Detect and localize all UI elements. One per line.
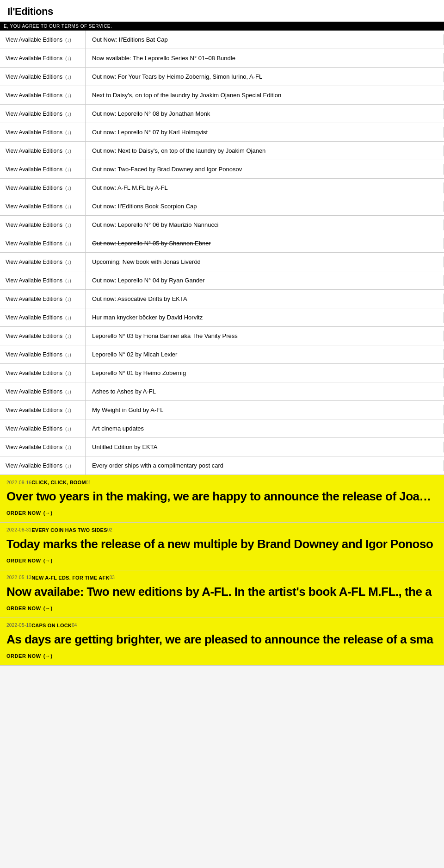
view-available-editions-button[interactable]: View Available Editions (↓) <box>0 327 86 345</box>
order-now-button[interactable]: ORDER NOW(→) <box>6 653 53 659</box>
ticker-btn-label: View Available Editions <box>6 407 62 413</box>
news-tag: Every coin has two sides <box>31 527 107 533</box>
view-available-editions-button[interactable]: View Available Editions (↓) <box>0 271 86 289</box>
down-arrow-icon: (↓) <box>65 407 71 413</box>
down-arrow-icon: (↓) <box>65 463 71 468</box>
down-arrow-icon: (↓) <box>65 56 71 61</box>
view-available-editions-button[interactable]: View Available Editions (↓) <box>0 105 86 123</box>
view-available-editions-button[interactable]: View Available Editions (↓) <box>0 456 86 475</box>
header: Il'Editions <box>0 0 444 22</box>
ticker-announcement-text: Out Now: Il'Editions Bat Cap <box>86 31 444 49</box>
news-number: 02 <box>107 527 112 532</box>
order-now-label: ORDER NOW <box>6 653 41 659</box>
ticker-announcement-text: Ashes to Ashes by A-FL <box>86 382 444 400</box>
order-now-button[interactable]: ORDER NOW(→) <box>6 510 53 516</box>
ticker-row: View Available Editions (↓)Leporello N° … <box>0 345 444 364</box>
ticker-btn-label: View Available Editions <box>6 314 62 321</box>
view-available-editions-button[interactable]: View Available Editions (↓) <box>0 308 86 326</box>
down-arrow-icon: (↓) <box>65 352 71 357</box>
ticker-announcement-text: Out now: Leporello N° 07 by Karl Holmqvi… <box>86 123 444 141</box>
ticker-announcement-text: Hur man knycker böcker by David Horvitz <box>86 308 444 326</box>
ticker-btn-label: View Available Editions <box>6 55 62 62</box>
ticker-btn-label: View Available Editions <box>6 388 62 395</box>
news-date: 2022-05-10 <box>6 623 31 628</box>
news-tag: CAPS ON LOCK <box>31 623 72 628</box>
view-available-editions-button[interactable]: View Available Editions (↓) <box>0 234 86 252</box>
ticker-btn-label: View Available Editions <box>6 129 62 136</box>
ticker-btn-label: View Available Editions <box>6 425 62 432</box>
view-available-editions-button[interactable]: View Available Editions (↓) <box>0 86 86 104</box>
ticker-btn-label: View Available Editions <box>6 351 62 358</box>
ticker-row: View Available Editions (↓)Out now: Next… <box>0 142 444 160</box>
news-meta: 2022-09-16Click, click, boom01 <box>0 475 444 487</box>
order-arrow-icon: (→) <box>43 606 53 611</box>
view-available-editions-button[interactable]: View Available Editions (↓) <box>0 142 86 160</box>
view-available-editions-button[interactable]: View Available Editions (↓) <box>0 123 86 141</box>
order-now-button[interactable]: ORDER NOW(→) <box>6 606 53 611</box>
order-arrow-icon: (→) <box>43 653 53 659</box>
down-arrow-icon: (↓) <box>65 444 71 450</box>
ticker-announcement-text: Out now: Leporello N° 06 by Maurizio Nan… <box>86 216 444 234</box>
view-available-editions-button[interactable]: View Available Editions (↓) <box>0 216 86 234</box>
view-available-editions-button[interactable]: View Available Editions (↓) <box>0 364 86 382</box>
down-arrow-icon: (↓) <box>65 222 71 228</box>
news-headline: Over two years in the making, we are hap… <box>0 487 444 508</box>
view-available-editions-button[interactable]: View Available Editions (↓) <box>0 49 86 67</box>
down-arrow-icon: (↓) <box>65 389 71 394</box>
view-available-editions-button[interactable]: View Available Editions (↓) <box>0 160 86 178</box>
news-number: 03 <box>110 575 115 580</box>
view-available-editions-button[interactable]: View Available Editions (↓) <box>0 31 86 49</box>
news-section: 2022-09-16Click, click, boom01Over two y… <box>0 475 444 666</box>
ticker-row: View Available Editions (↓)Out now: For … <box>0 68 444 86</box>
news-tag: NEW A-FL EDS. FOR TIME AFK <box>31 575 109 581</box>
ticker-row: View Available Editions (↓)Out now: Lepo… <box>0 234 444 253</box>
ticker-announcement-text: Out now: Next to Daisy's, on top of the … <box>86 142 444 160</box>
ticker-btn-label: View Available Editions <box>6 148 62 154</box>
ticker-row: View Available Editions (↓)Out Now: Il'E… <box>0 31 444 49</box>
news-tag: Click, click, boom <box>31 480 86 485</box>
news-meta: 2022-05-13NEW A-FL EDS. FOR TIME AFK03 <box>0 570 444 582</box>
ticker-btn-label: View Available Editions <box>6 222 62 228</box>
view-available-editions-button[interactable]: View Available Editions (↓) <box>0 438 86 456</box>
view-available-editions-button[interactable]: View Available Editions (↓) <box>0 253 86 271</box>
news-item: 2022-05-13NEW A-FL EDS. FOR TIME AFK03No… <box>0 570 444 618</box>
ticker-announcement-text: Out now: Assocative Drifts by EKTA <box>86 290 444 308</box>
marquee-text: E, YOU AGREE TO OUR TERMS OF SERVICE. <box>4 24 112 29</box>
down-arrow-icon: (↓) <box>65 93 71 98</box>
ticker-announcement-text: Out now: Leporello N° 08 by Jonathan Mon… <box>86 105 444 123</box>
order-now-label: ORDER NOW <box>6 606 41 611</box>
news-number: 01 <box>86 480 91 485</box>
ticker-row: View Available Editions (↓)Out now: Lepo… <box>0 123 444 142</box>
view-available-editions-button[interactable]: View Available Editions (↓) <box>0 382 86 400</box>
down-arrow-icon: (↓) <box>65 74 71 80</box>
ticker-row: View Available Editions (↓)Hur man knyck… <box>0 308 444 327</box>
ticker-btn-label: View Available Editions <box>6 111 62 117</box>
ticker-btn-label: View Available Editions <box>6 185 62 191</box>
ticker-row: View Available Editions (↓)Out now: Lepo… <box>0 271 444 290</box>
order-now-label: ORDER NOW <box>6 510 41 516</box>
ticker-btn-label: View Available Editions <box>6 74 62 80</box>
down-arrow-icon: (↓) <box>65 426 71 431</box>
view-available-editions-button[interactable]: View Available Editions (↓) <box>0 345 86 363</box>
view-available-editions-button[interactable]: View Available Editions (↓) <box>0 419 86 437</box>
ticker-btn-label: View Available Editions <box>6 37 62 43</box>
view-available-editions-button[interactable]: View Available Editions (↓) <box>0 401 86 419</box>
ticker-announcement-text: Out now: Leporello N° 05 by Shannon Ebne… <box>86 234 444 252</box>
ticker-row: View Available Editions (↓)Out now: Lepo… <box>0 216 444 234</box>
order-now-button[interactable]: ORDER NOW(→) <box>6 558 53 563</box>
news-item: 2022-09-16Click, click, boom01Over two y… <box>0 475 444 523</box>
ticker-announcement-text: Out now: For Your Tears by Heimo Zoberni… <box>86 68 444 86</box>
view-available-editions-button[interactable]: View Available Editions (↓) <box>0 179 86 197</box>
view-available-editions-button[interactable]: View Available Editions (↓) <box>0 290 86 308</box>
news-headline: Now availabe: Two new editions by A-FL. … <box>0 582 444 604</box>
view-available-editions-button[interactable]: View Available Editions (↓) <box>0 68 86 86</box>
down-arrow-icon: (↓) <box>65 37 71 43</box>
down-arrow-icon: (↓) <box>65 259 71 265</box>
order-arrow-icon: (→) <box>43 558 53 563</box>
order-now-label: ORDER NOW <box>6 558 41 563</box>
view-available-editions-button[interactable]: View Available Editions (↓) <box>0 197 86 215</box>
news-meta: 2022-05-10CAPS ON LOCK04 <box>0 618 444 630</box>
ticker-row: View Available Editions (↓)Now available… <box>0 49 444 68</box>
ticker-announcement-text: Out now: Il'Editions Book Scorpion Cap <box>86 197 444 215</box>
ticker-row: View Available Editions (↓)Out now: Asso… <box>0 290 444 308</box>
